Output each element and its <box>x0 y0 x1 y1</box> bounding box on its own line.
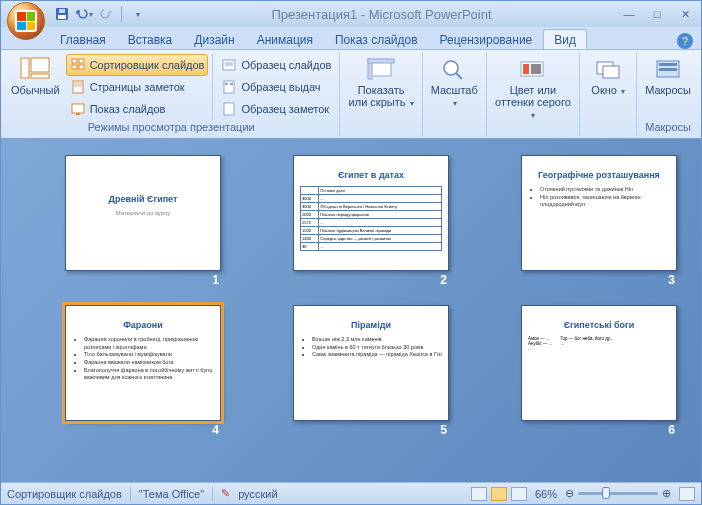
zoom-button[interactable]: Масштаб ▾ <box>427 54 482 111</box>
slide-thumbnail[interactable]: ФараониФараона хоронили в гробниці, прик… <box>65 305 221 421</box>
slide-number: 3 <box>668 273 675 287</box>
group-label-macros: Макросы <box>641 120 695 134</box>
svg-rect-20 <box>224 103 234 115</box>
normal-view-icon[interactable] <box>471 487 487 501</box>
svg-rect-17 <box>224 81 234 93</box>
slideshow-view-icon[interactable] <box>511 487 527 501</box>
status-theme: "Тема Office" <box>139 488 204 500</box>
svg-rect-9 <box>79 65 84 69</box>
svg-rect-5 <box>31 74 49 78</box>
save-icon[interactable] <box>53 5 71 23</box>
tab-3[interactable]: Анимация <box>246 29 324 49</box>
close-button[interactable]: ✕ <box>673 6 697 22</box>
svg-rect-13 <box>76 113 80 115</box>
slide-thumbnail[interactable]: Єгипетські богиАмон — ...Анубіс — ......… <box>521 305 677 421</box>
svg-rect-4 <box>31 58 49 72</box>
svg-rect-28 <box>531 64 541 74</box>
window-title: Презентация1 - Microsoft PowerPoint <box>146 7 617 22</box>
slide-sorter-button[interactable]: Сортировщик слайдов <box>66 54 209 76</box>
office-button[interactable] <box>7 2 45 40</box>
undo-icon[interactable]: ▾ <box>75 5 93 23</box>
svg-rect-27 <box>523 64 529 74</box>
status-mode: Сортировщик слайдов <box>7 488 122 500</box>
slide-sorter-workspace[interactable]: Древній ЄгипетМатеріали до курсу1Єгипет … <box>1 139 701 482</box>
group-label-views: Режимы просмотра презентации <box>7 120 335 134</box>
slide-number: 5 <box>440 423 447 437</box>
svg-rect-2 <box>59 9 65 13</box>
slide-thumbnail[interactable]: Географічне розташуванняОточений пустеля… <box>521 155 677 271</box>
tab-2[interactable]: Дизайн <box>183 29 245 49</box>
zoom-in-button[interactable]: ⊕ <box>662 487 671 500</box>
svg-rect-32 <box>659 63 677 66</box>
slide-number: 6 <box>668 423 675 437</box>
slide-number: 2 <box>440 273 447 287</box>
normal-view-button[interactable]: Обычный <box>7 54 64 98</box>
spellcheck-icon[interactable]: ✎ <box>221 487 230 500</box>
tab-4[interactable]: Показ слайдов <box>324 29 429 49</box>
zoom-out-button[interactable]: ⊖ <box>565 487 574 500</box>
svg-rect-30 <box>603 66 619 78</box>
svg-line-25 <box>456 73 462 79</box>
tab-1[interactable]: Вставка <box>117 29 184 49</box>
svg-rect-3 <box>21 58 29 78</box>
svg-rect-23 <box>368 59 394 63</box>
svg-rect-7 <box>79 59 84 63</box>
slide-number: 4 <box>212 423 219 437</box>
macros-button[interactable]: Макросы <box>641 54 695 98</box>
maximize-button[interactable]: □ <box>645 6 669 22</box>
tab-5[interactable]: Рецензирование <box>429 29 544 49</box>
slideshow-button[interactable]: Показ слайдов <box>66 98 209 120</box>
svg-rect-33 <box>659 68 677 71</box>
minimize-button[interactable]: — <box>617 6 641 22</box>
svg-rect-11 <box>74 82 82 87</box>
sorter-view-icon[interactable] <box>491 487 507 501</box>
svg-rect-6 <box>72 59 77 63</box>
svg-rect-12 <box>72 104 84 113</box>
redo-icon[interactable] <box>97 5 115 23</box>
slide-thumbnail[interactable]: Древній ЄгипетМатеріали до курсу <box>65 155 221 271</box>
svg-rect-19 <box>230 83 233 85</box>
tab-0[interactable]: Главная <box>49 29 117 49</box>
help-button[interactable]: ? <box>677 33 693 49</box>
zoom-slider[interactable] <box>578 492 658 495</box>
svg-rect-18 <box>225 83 228 85</box>
notes-page-button[interactable]: Страницы заметок <box>66 76 209 98</box>
window-button[interactable]: Окно ▾ <box>584 54 632 99</box>
color-grayscale-button[interactable]: Цвет или оттенки серого ▾ <box>491 54 575 123</box>
slide-thumbnail[interactable]: Єгипет в датахОсновні дати3000...3000Об'… <box>293 155 449 271</box>
fit-window-icon[interactable] <box>679 487 695 501</box>
show-hide-button[interactable]: Показать или скрыть ▾ <box>344 54 417 111</box>
slide-number: 1 <box>212 273 219 287</box>
zoom-level[interactable]: 66% <box>535 488 557 500</box>
tab-6[interactable]: Вид <box>543 29 587 50</box>
qat-customize-icon[interactable]: ▾ <box>128 5 146 23</box>
svg-rect-1 <box>58 15 66 19</box>
handout-master-button[interactable]: Образец выдач <box>217 76 335 98</box>
status-language[interactable]: русский <box>238 488 277 500</box>
slide-master-button[interactable]: Образец слайдов <box>217 54 335 76</box>
svg-rect-8 <box>72 65 77 69</box>
notes-master-button[interactable]: Образец заметок <box>217 98 335 120</box>
svg-point-24 <box>444 61 458 75</box>
slide-thumbnail[interactable]: ПірамідиБільше ніж 2,3 млн каменівОдин к… <box>293 305 449 421</box>
